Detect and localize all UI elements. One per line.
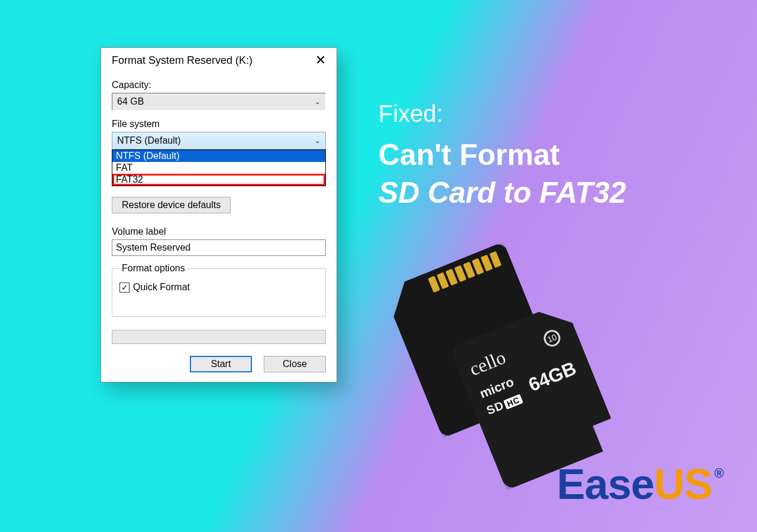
volume-label-label: Volume label — [112, 226, 326, 237]
fs-option-fat[interactable]: FAT — [112, 162, 325, 174]
headline: Fixed: Can't Format SD Card to FAT32 — [378, 100, 626, 210]
quick-format-label: Quick Format — [133, 282, 190, 293]
headline-line3: SD Card to FAT32 — [378, 176, 626, 210]
easeus-logo: Ease US ® — [557, 460, 722, 508]
filesystem-value: NTFS (Default) — [117, 135, 181, 146]
logo-us: US — [654, 460, 712, 508]
filesystem-dropdown[interactable]: NTFS (Default) ⌄ — [112, 132, 326, 150]
sd-brand: cello — [467, 346, 509, 381]
dialog-actions: Start Close — [112, 356, 326, 372]
sd-card-illustration: cello 10 micro SDHC 64GB — [367, 254, 633, 473]
chevron-down-icon: ⌄ — [315, 137, 321, 145]
dialog-title: Format System Reserved (K:) — [112, 54, 253, 67]
capacity-dropdown[interactable]: 64 GB ⌄ — [112, 93, 326, 111]
fs-option-fat32[interactable]: FAT32 — [112, 174, 325, 186]
quick-format-checkbox[interactable]: ✓ Quick Format — [119, 282, 318, 293]
sd-contacts-icon — [428, 251, 502, 293]
titlebar: Format System Reserved (K:) ✕ — [101, 48, 337, 73]
headline-line2: Can't Format — [378, 138, 626, 172]
format-dialog: Format System Reserved (K:) ✕ Capacity: … — [101, 47, 337, 382]
close-button[interactable]: Close — [264, 356, 326, 372]
chevron-down-icon: ⌄ — [315, 98, 321, 106]
sd-class-badge: 10 — [541, 327, 562, 349]
start-button[interactable]: Start — [190, 356, 252, 372]
restore-defaults-button[interactable]: Restore device defaults — [112, 197, 231, 213]
format-options-legend: Format options — [119, 263, 187, 274]
progress-bar — [112, 330, 326, 344]
sd-capacity: 64GB — [525, 357, 579, 396]
close-icon[interactable]: ✕ — [310, 54, 331, 67]
headline-line1: Fixed: — [378, 100, 626, 127]
fs-option-ntfs[interactable]: NTFS (Default) — [112, 150, 325, 162]
capacity-label: Capacity: — [112, 80, 326, 90]
volume-label-input[interactable] — [112, 239, 326, 256]
promo-canvas: Format System Reserved (K:) ✕ Capacity: … — [0, 0, 757, 532]
format-options-group: Format options ✓ Quick Format — [112, 263, 326, 317]
dialog-body: Capacity: 64 GB ⌄ File system NTFS (Defa… — [101, 73, 337, 382]
filesystem-label: File system — [112, 119, 326, 129]
capacity-value: 64 GB — [117, 96, 144, 107]
filesystem-options-list: NTFS (Default) FAT FAT32 — [112, 150, 326, 186]
logo-ease: Ease — [557, 460, 654, 508]
registered-icon: ® — [714, 466, 724, 481]
checkbox-icon: ✓ — [119, 283, 130, 293]
